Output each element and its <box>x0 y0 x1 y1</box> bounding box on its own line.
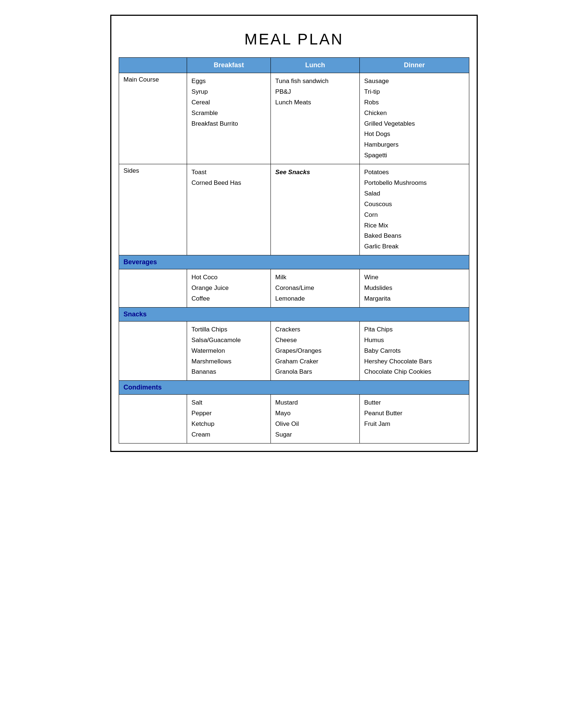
list-item: Peanut Butter <box>364 408 465 419</box>
list-item: Potatoes <box>364 167 465 178</box>
list-item: Salad <box>364 189 465 199</box>
breakfast-cell: Hot CocoOrange JuiceCoffee <box>187 269 271 308</box>
list-item: Pepper <box>191 408 266 419</box>
list-item: Margarita <box>364 294 465 304</box>
page-title: MEAL PLAN <box>119 23 469 57</box>
section-header-row: Condiments <box>119 381 469 395</box>
list-item: Grilled Vegetables <box>364 119 465 129</box>
section-header-row: Snacks <box>119 307 469 321</box>
list-item: Mustard <box>275 398 355 408</box>
list-item: Rice Mix <box>364 220 465 231</box>
breakfast-cell: SaltPepperKetchupCream <box>187 395 271 444</box>
list-item: Salsa/Guacamole <box>191 335 266 346</box>
section-header-label: Snacks <box>119 307 469 321</box>
list-item: Corn <box>364 210 465 220</box>
list-item: Cream <box>191 430 266 440</box>
list-item: Coronas/Lime <box>275 283 355 294</box>
list-item: Coffee <box>191 294 266 304</box>
list-item: Butter <box>364 398 465 408</box>
list-item: Spagetti <box>364 150 465 161</box>
section-header-label: Condiments <box>119 381 469 395</box>
list-item: Watermelon <box>191 346 266 356</box>
list-item: Olive Oil <box>275 419 355 430</box>
list-item: Graham Craker <box>275 356 355 367</box>
lunch-cell: MustardMayoOlive OilSugar <box>271 395 360 444</box>
col-breakfast-header: Breakfast <box>187 58 271 73</box>
row-label: Sides <box>119 164 187 255</box>
list-item: Hamburgers <box>364 140 465 150</box>
list-item: Ketchup <box>191 419 266 430</box>
meal-table: Breakfast Lunch Dinner Main CourseEggsSy… <box>119 57 469 444</box>
list-item: Hot Dogs <box>364 129 465 140</box>
row-label <box>119 321 187 380</box>
list-item: Sugar <box>275 430 355 440</box>
row-label: Main Course <box>119 73 187 164</box>
list-item: Baby Carrots <box>364 346 465 356</box>
list-item: Mudslides <box>364 283 465 294</box>
list-item: Sausage <box>364 76 465 87</box>
list-item: Cereal <box>191 97 266 108</box>
list-item: Toast <box>191 167 266 178</box>
col-lunch-header: Lunch <box>271 58 360 73</box>
table-row: Tortilla ChipsSalsa/GuacamoleWatermelonM… <box>119 321 469 380</box>
table-row: Main CourseEggsSyrupCerealScrambleBreakf… <box>119 73 469 164</box>
list-item: Robs <box>364 97 465 108</box>
list-item: Eggs <box>191 76 266 87</box>
section-header-label: Beverages <box>119 255 469 269</box>
list-item: Hot Coco <box>191 272 266 283</box>
list-item: Garlic Break <box>364 241 465 252</box>
list-item: Granola Bars <box>275 367 355 377</box>
table-row: SaltPepperKetchupCreamMustardMayoOlive O… <box>119 395 469 444</box>
page-container: MEAL PLAN Breakfast Lunch Dinner Main Co… <box>110 15 478 452</box>
list-item: Syrup <box>191 87 266 97</box>
list-item: Mayo <box>275 408 355 419</box>
list-item: Humus <box>364 335 465 346</box>
list-item: Cheese <box>275 335 355 346</box>
lunch-cell: CrackersCheeseGrapes/OrangesGraham Crake… <box>271 321 360 380</box>
list-item: Grapes/Oranges <box>275 346 355 356</box>
lunch-cell: MilkCoronas/LimeLemonade <box>271 269 360 308</box>
list-item: Hershey Chocolate Bars <box>364 356 465 367</box>
list-item: Tri-tip <box>364 87 465 97</box>
breakfast-cell: ToastCorned Beed Has <box>187 164 271 255</box>
table-row: Hot CocoOrange JuiceCoffeeMilkCoronas/Li… <box>119 269 469 308</box>
row-label <box>119 269 187 308</box>
list-item: Marshmellows <box>191 356 266 367</box>
col-dinner-header: Dinner <box>360 58 469 73</box>
breakfast-cell: Tortilla ChipsSalsa/GuacamoleWatermelonM… <box>187 321 271 380</box>
list-item: Fruit Jam <box>364 419 465 430</box>
header-row: Breakfast Lunch Dinner <box>119 58 469 73</box>
list-item: Scramble <box>191 108 266 119</box>
list-item: Lunch Meats <box>275 97 355 108</box>
list-item: See Snacks <box>275 167 355 178</box>
list-item: Tuna fish sandwich <box>275 76 355 87</box>
breakfast-cell: EggsSyrupCerealScrambleBreakfast Burrito <box>187 73 271 164</box>
list-item: Salt <box>191 398 266 408</box>
list-item: Orange Juice <box>191 283 266 294</box>
list-item: Crackers <box>275 324 355 335</box>
list-item: Chicken <box>364 108 465 119</box>
list-item: Breakfast Burrito <box>191 119 266 129</box>
col-label-header <box>119 58 187 73</box>
list-item: Tortilla Chips <box>191 324 266 335</box>
dinner-cell: Pita ChipsHumusBaby CarrotsHershey Choco… <box>360 321 469 380</box>
list-item: Pita Chips <box>364 324 465 335</box>
dinner-cell: WineMudslidesMargarita <box>360 269 469 308</box>
lunch-cell: Tuna fish sandwichPB&JLunch Meats <box>271 73 360 164</box>
dinner-cell: SausageTri-tipRobsChickenGrilled Vegetab… <box>360 73 469 164</box>
list-item: Milk <box>275 272 355 283</box>
list-item: PB&J <box>275 87 355 97</box>
list-item: Portobello Mushrooms <box>364 178 465 189</box>
lunch-cell: See Snacks <box>271 164 360 255</box>
list-item: Wine <box>364 272 465 283</box>
list-item: Chocolate Chip Cookies <box>364 367 465 377</box>
list-item: Bananas <box>191 367 266 377</box>
dinner-cell: ButterPeanut ButterFruit Jam <box>360 395 469 444</box>
list-item: Lemonade <box>275 294 355 304</box>
section-header-row: Beverages <box>119 255 469 269</box>
row-label <box>119 395 187 444</box>
table-row: SidesToastCorned Beed HasSee SnacksPotat… <box>119 164 469 255</box>
list-item: Couscous <box>364 199 465 210</box>
list-item: Corned Beed Has <box>191 178 266 189</box>
dinner-cell: PotatoesPortobello MushroomsSaladCouscou… <box>360 164 469 255</box>
